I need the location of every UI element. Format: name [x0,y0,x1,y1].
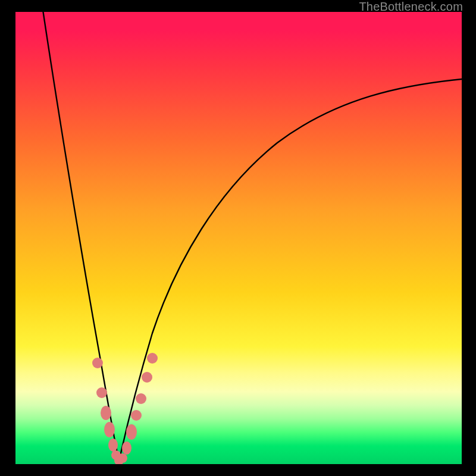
curve-layer [15,12,462,464]
svg-point-13 [147,353,158,364]
svg-point-3 [104,422,115,437]
svg-point-7 [118,453,127,463]
svg-point-12 [142,372,152,383]
svg-point-11 [136,393,146,404]
svg-point-1 [96,387,107,398]
right-branch-curve [119,79,462,461]
left-branch-curve [42,12,119,461]
svg-point-9 [126,424,137,440]
plot-area [15,12,462,464]
watermark: TheBottleneck.com [359,0,463,14]
svg-point-8 [122,441,131,455]
chart-frame: TheBottleneck.com [0,0,476,476]
svg-point-0 [92,358,103,368]
svg-point-2 [101,406,111,420]
svg-point-10 [131,410,142,421]
svg-point-4 [108,439,118,452]
